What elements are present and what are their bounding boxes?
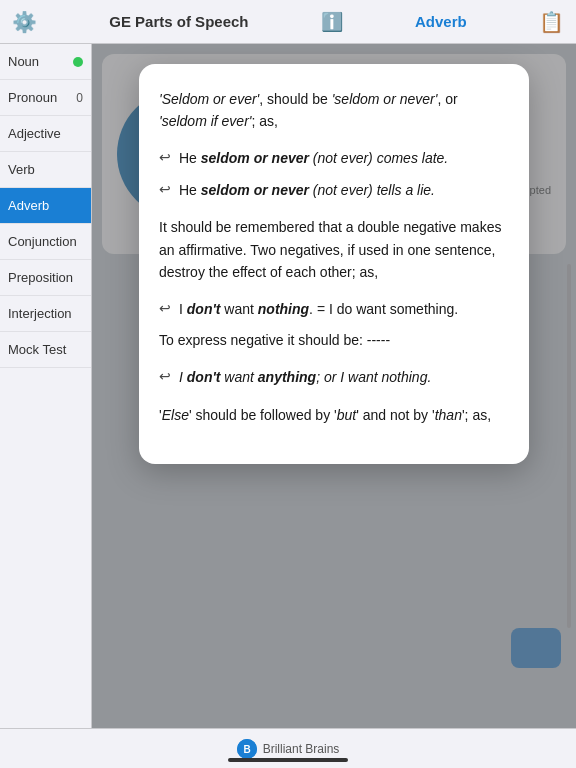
logo-icon: B — [237, 739, 257, 759]
sidebar-item-label: Adjective — [8, 126, 61, 141]
modal-para2: It should be remembered that a double ne… — [159, 216, 509, 283]
sidebar-item-conjunction[interactable]: Conjunction — [0, 224, 91, 260]
sidebar-item-label: Pronoun — [8, 90, 57, 105]
rule-icon-2: ↩ — [159, 181, 171, 197]
rule-icon-1: ↩ — [159, 149, 171, 165]
example-line-1: ↩ He seldom or never (not ever) comes la… — [159, 147, 509, 171]
sidebar-item-label: Conjunction — [8, 234, 77, 249]
modal-overlay: 'Seldom or ever', should be 'seldom or n… — [92, 44, 576, 728]
brand-name: Brilliant Brains — [263, 742, 340, 756]
home-indicator — [228, 758, 348, 762]
sidebar-item-verb[interactable]: Verb — [0, 152, 91, 188]
app-footer: B Brilliant Brains — [0, 728, 576, 768]
sidebar-item-label: Noun — [8, 54, 39, 69]
rule-icon-3: ↩ — [159, 300, 171, 316]
modal-para1: 'Seldom or ever', should be 'seldom or n… — [159, 88, 509, 133]
example-text-4: I don't want anything; or I want nothing… — [179, 366, 431, 390]
sidebar-item-noun[interactable]: Noun — [0, 44, 91, 80]
example-line-3: ↩ I don't want nothing. = I do want some… — [159, 298, 509, 322]
content-modal[interactable]: 'Seldom or ever', should be 'seldom or n… — [139, 64, 529, 464]
sidebar-item-label: Preposition — [8, 270, 73, 285]
noun-dot-indicator — [73, 57, 83, 67]
sidebar: Noun Pronoun 0 Adjective Verb Adverb Con… — [0, 44, 92, 728]
app-title: GE Parts of Speech — [109, 13, 248, 30]
modal-para4: 'Else' should be followed by 'but' and n… — [159, 404, 509, 426]
book-icon[interactable]: 📋 — [539, 10, 564, 34]
example-text-1: He seldom or never (not ever) comes late… — [179, 147, 448, 171]
example-line-2: ↩ He seldom or never (not ever) tells a … — [159, 179, 509, 203]
sidebar-item-adjective[interactable]: Adjective — [0, 116, 91, 152]
main-layout: Noun Pronoun 0 Adjective Verb Adverb Con… — [0, 44, 576, 728]
sidebar-item-adverb[interactable]: Adverb — [0, 188, 91, 224]
rule-icon-4: ↩ — [159, 368, 171, 384]
info-icon[interactable]: ℹ️ — [321, 11, 343, 33]
sidebar-item-interjection[interactable]: Interjection — [0, 296, 91, 332]
sidebar-item-label: Mock Test — [8, 342, 66, 357]
example-text-2: He seldom or never (not ever) tells a li… — [179, 179, 435, 203]
example-line-4: ↩ I don't want anything; or I want nothi… — [159, 366, 509, 390]
gear-icon[interactable]: ⚙️ — [12, 10, 37, 34]
sidebar-item-label: Verb — [8, 162, 35, 177]
example-text-3: I don't want nothing. = I do want someth… — [179, 298, 458, 322]
content-area: mpted 'Seldom or ever', should be 'seldo… — [92, 44, 576, 728]
sidebar-item-label: Adverb — [8, 198, 49, 213]
svg-text:B: B — [243, 744, 250, 755]
sidebar-item-mock-test[interactable]: Mock Test — [0, 332, 91, 368]
modal-para3: To express negative it should be: ----- — [159, 329, 509, 351]
sidebar-item-pronoun[interactable]: Pronoun 0 — [0, 80, 91, 116]
pronoun-count: 0 — [76, 91, 83, 105]
brand-logo: B — [237, 739, 257, 759]
sidebar-item-label: Interjection — [8, 306, 72, 321]
active-section-label: Adverb — [415, 13, 467, 30]
app-header: ⚙️ GE Parts of Speech ℹ️ Adverb 📋 — [0, 0, 576, 44]
sidebar-item-preposition[interactable]: Preposition — [0, 260, 91, 296]
